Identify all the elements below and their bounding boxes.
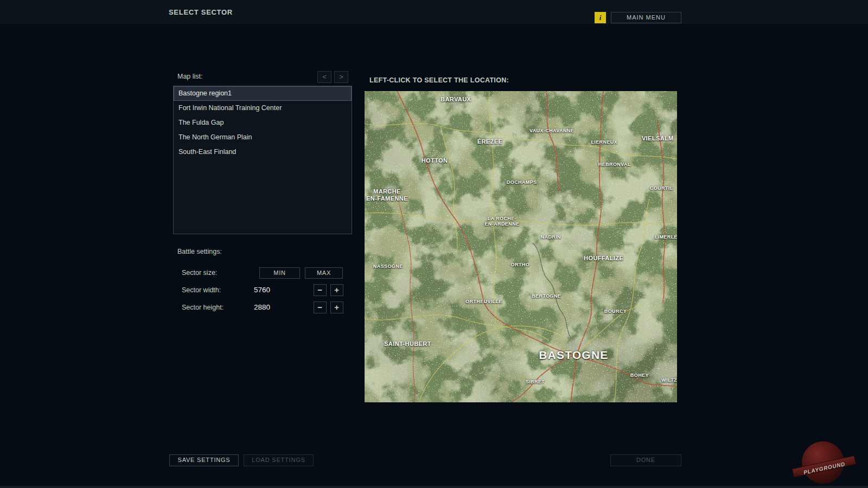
map-town-label: WILTZ bbox=[661, 377, 677, 383]
map-town-label: LIERNEUX bbox=[591, 139, 617, 145]
watermark-text: PLAYGROUND bbox=[803, 461, 846, 476]
map-list-label: Map list: bbox=[177, 73, 203, 80]
sector-height-decrement-button[interactable]: − bbox=[314, 301, 327, 313]
map-town-label: LIMERLÉ bbox=[655, 234, 677, 240]
map-town-label: BASTOGNE bbox=[539, 348, 608, 362]
sector-width-value: 5760 bbox=[254, 286, 270, 294]
map-list-item[interactable]: The Fulda Gap bbox=[174, 115, 352, 130]
sector-height-label: Sector height: bbox=[182, 304, 224, 311]
map-town-labels: BARVAUXVAUX-CHAVANNEÉREZÉELIERNEUXVIELSA… bbox=[365, 91, 677, 402]
map-list: Bastogne region1 Fort Irwin National Tra… bbox=[173, 86, 352, 234]
select-sector-screen: { "header": { "title": "SELECT SECTOR", … bbox=[0, 0, 868, 488]
info-button[interactable]: i bbox=[595, 12, 606, 23]
load-settings-button[interactable]: LOAD SETTINGS bbox=[244, 454, 314, 466]
map-list-item[interactable]: South-East Finland bbox=[174, 145, 352, 159]
map-town-label: HOTTON bbox=[422, 158, 448, 165]
map-town-label: BARVAUX bbox=[441, 96, 471, 103]
sector-size-label: Sector size: bbox=[182, 269, 217, 277]
done-button[interactable]: DONE bbox=[610, 454, 681, 466]
map-town-label: BOURCY bbox=[604, 309, 627, 314]
map-town-label: SIBRET bbox=[526, 379, 545, 385]
map-town-label: NASSOGNE bbox=[373, 264, 403, 269]
sector-size-min-button[interactable]: MIN bbox=[259, 267, 300, 279]
sector-map[interactable]: BARVAUXVAUX-CHAVANNEÉREZÉELIERNEUXVIELSA… bbox=[365, 91, 677, 402]
map-instruction-label: LEFT-CLICK TO SELECT THE LOCATION: bbox=[369, 76, 509, 84]
map-town-label: LA ROCHE- EN-ARDENNE bbox=[484, 216, 519, 228]
map-town-label: ÉREZÉE bbox=[477, 138, 502, 145]
map-town-label: DOCHAMPS bbox=[507, 179, 537, 185]
main-menu-button[interactable]: MAIN MENU bbox=[611, 12, 681, 23]
map-town-label: HOUFFALIZE bbox=[584, 255, 623, 262]
sector-height-increment-button[interactable]: + bbox=[330, 301, 343, 313]
map-list-item[interactable]: The North German Plain bbox=[174, 130, 352, 145]
map-town-label: ORTHO bbox=[511, 262, 530, 268]
battle-settings-label: Battle settings: bbox=[177, 248, 222, 255]
map-list-next-button[interactable]: > bbox=[334, 71, 348, 83]
bottom-edge-strip bbox=[0, 486, 868, 488]
playground-watermark: PLAYGROUND bbox=[794, 440, 855, 487]
map-town-label: MARCHE EN-FAMENNE bbox=[366, 188, 408, 202]
map-town-label: VIELSALM bbox=[642, 135, 674, 142]
sector-size-max-button[interactable]: MAX bbox=[305, 267, 343, 279]
map-town-label: HÉBRONVAL bbox=[598, 162, 631, 168]
map-town-label: BOHEY bbox=[630, 373, 649, 378]
save-settings-button[interactable]: SAVE SETTINGS bbox=[169, 454, 239, 466]
watermark-sphere-icon bbox=[802, 441, 844, 484]
sector-height-value: 2880 bbox=[254, 303, 270, 311]
map-town-label: VAUX-CHAVANNE bbox=[529, 128, 574, 134]
map-town-label: COURTIL bbox=[650, 185, 673, 191]
top-bar: SELECT SECTOR i MAIN MENU bbox=[0, 0, 868, 25]
page-title: SELECT SECTOR bbox=[169, 0, 233, 25]
sector-width-increment-button[interactable]: + bbox=[330, 284, 343, 296]
map-town-label: SAINT-HUBERT bbox=[384, 341, 431, 348]
map-town-label: ORTHEUVILLE bbox=[465, 299, 502, 305]
map-list-item[interactable]: Fort Irwin National Training Center bbox=[174, 101, 352, 115]
map-town-label: BERTOGNE bbox=[532, 293, 561, 299]
watermark-ribbon: PLAYGROUND bbox=[792, 455, 857, 478]
map-town-label: NADRIN bbox=[541, 234, 561, 240]
sector-width-label: Sector width: bbox=[182, 286, 221, 294]
sector-width-decrement-button[interactable]: − bbox=[314, 284, 327, 296]
map-list-item[interactable]: Bastogne region1 bbox=[174, 86, 352, 101]
map-list-prev-button[interactable]: < bbox=[317, 71, 331, 83]
